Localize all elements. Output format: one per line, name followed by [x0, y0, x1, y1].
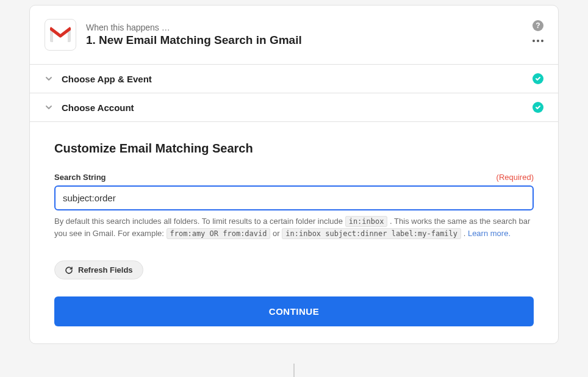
help-icon[interactable]: ? — [532, 20, 543, 31]
help-text-part: or — [273, 229, 282, 238]
code-snippet: in:inbox subject:dinner label:my-family — [282, 228, 461, 239]
customize-section: Customize Email Matching Search Search S… — [30, 122, 558, 343]
refresh-fields-button[interactable]: Refresh Fields — [54, 260, 143, 279]
field-label-row: Search String (Required) — [54, 173, 534, 182]
trigger-step-card: When this happens … 1. New Email Matchin… — [29, 5, 559, 344]
chevron-down-icon — [45, 103, 53, 112]
required-indicator: (Required) — [497, 173, 534, 182]
search-string-input[interactable] — [54, 185, 534, 210]
step-header: When this happens … 1. New Email Matchin… — [30, 5, 558, 65]
more-menu-icon[interactable] — [532, 40, 543, 42]
learn-more-link[interactable]: Learn more. — [468, 229, 511, 238]
gmail-icon — [50, 27, 71, 43]
connector-line — [293, 364, 295, 377]
continue-button[interactable]: CONTINUE — [54, 296, 534, 326]
header-actions: ? — [532, 20, 543, 42]
chevron-down-icon — [45, 74, 53, 83]
section-label: Choose App & Event — [62, 74, 532, 84]
customize-heading: Customize Email Matching Search — [54, 142, 534, 156]
field-label: Search String — [54, 173, 106, 182]
check-icon — [532, 73, 543, 84]
refresh-icon — [65, 266, 73, 275]
app-icon-container — [45, 19, 76, 51]
check-icon — [532, 102, 543, 113]
help-text: By default this search includes all fold… — [54, 215, 534, 240]
step-subtitle: When this happens … — [86, 23, 302, 32]
choose-app-event-row[interactable]: Choose App & Event — [30, 65, 558, 93]
code-snippet: from:amy OR from:david — [167, 228, 271, 239]
refresh-label: Refresh Fields — [78, 265, 133, 275]
code-snippet: in:inbox — [345, 216, 388, 227]
header-text: When this happens … 1. New Email Matchin… — [86, 23, 302, 47]
section-label: Choose Account — [62, 102, 532, 113]
step-title: 1. New Email Matching Search in Gmail — [86, 34, 302, 47]
choose-account-row[interactable]: Choose Account — [30, 93, 558, 122]
help-text-part: By default this search includes all fold… — [54, 217, 345, 226]
help-text-part: . — [464, 229, 468, 238]
